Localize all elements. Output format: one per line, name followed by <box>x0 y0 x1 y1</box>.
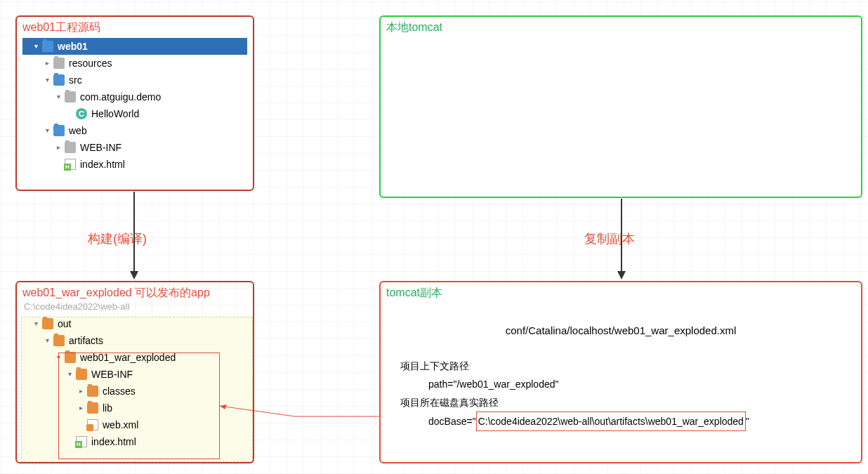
folder-icon <box>65 142 76 153</box>
context-label: 项目上下文路径 <box>400 357 841 375</box>
folder-icon <box>42 41 53 52</box>
tree-row-out[interactable]: ▾out <box>22 315 247 332</box>
conf-block: conf/Catalina/localhost/web01_war_explod… <box>386 301 855 438</box>
node-label: web <box>69 122 87 139</box>
package-icon <box>65 91 76 103</box>
chevron-down-icon: ▾ <box>42 332 52 349</box>
source-box: web01工程源码 ▾web01 ▸resources ▾src ▾com.at… <box>15 15 254 191</box>
node-label: WEB-INF <box>80 139 121 156</box>
node-label: HelloWorld <box>91 105 139 122</box>
chevron-down-icon: ▾ <box>31 315 41 332</box>
exploded-title: web01_war_exploded 可以发布的app <box>22 285 247 301</box>
disk-label: 项目所在磁盘真实路径 <box>400 393 841 412</box>
arrow-build-head <box>130 271 138 279</box>
copy-title: tomcat副本 <box>386 285 855 301</box>
node-label: out <box>58 315 71 332</box>
source-tree: ▾web01 ▸resources ▾src ▾com.atguigu.demo… <box>22 38 247 173</box>
folder-icon <box>53 74 65 86</box>
tomcat-box: 本地tomcat <box>379 15 862 198</box>
folder-icon <box>53 58 65 69</box>
exploded-path: C:\code4idea2022\web-all <box>22 301 247 312</box>
folder-icon <box>53 335 65 346</box>
docbase-suffix: " <box>746 416 749 427</box>
class-icon: C <box>76 108 87 119</box>
copy-box: tomcat副本 conf/Catalina/localhost/web01_w… <box>379 281 862 463</box>
folder-icon <box>42 318 53 329</box>
chevron-down-icon: ▾ <box>31 38 41 55</box>
docbase-line: docBase="C:\code4idea2022\web-all\out\ar… <box>428 412 841 431</box>
tree-row-index[interactable]: index.html <box>22 156 247 173</box>
chevron-down-icon: ▾ <box>42 72 52 88</box>
inner-red-outline <box>58 353 220 459</box>
copy-label: 复制副本 <box>584 230 635 247</box>
node-label: com.atguigu.demo <box>80 88 161 105</box>
tree-row-web[interactable]: ▾web <box>22 122 247 139</box>
node-label: resources <box>69 55 112 72</box>
tree-row-class[interactable]: CHelloWorld <box>22 105 247 122</box>
node-label: src <box>69 72 82 88</box>
chevron-right-icon: ▸ <box>53 139 63 156</box>
conf-path: conf/Catalina/localhost/web01_war_explod… <box>400 322 841 340</box>
tree-row-package[interactable]: ▾com.atguigu.demo <box>22 88 247 105</box>
html-file-icon <box>65 159 76 170</box>
tree-row-webinf[interactable]: ▸WEB-INF <box>22 139 247 156</box>
build-label: 构建(编译) <box>88 230 147 247</box>
tree-row-web01[interactable]: ▾web01 <box>22 38 247 55</box>
chevron-down-icon: ▾ <box>53 88 63 105</box>
tree-row-resources[interactable]: ▸resources <box>22 55 247 72</box>
docbase-prefix: docBase=" <box>428 416 476 427</box>
arrow-copy-head <box>617 271 626 279</box>
path-kv: path="/web01_war_exploded" <box>428 375 841 393</box>
arrow-copy-line <box>621 199 622 272</box>
node-label: index.html <box>80 156 125 173</box>
tree-row-src[interactable]: ▾src <box>22 72 247 88</box>
source-title: web01工程源码 <box>22 20 247 35</box>
tree-row-artifacts[interactable]: ▾artifacts <box>22 332 247 349</box>
chevron-right-icon: ▸ <box>42 55 52 72</box>
tomcat-title: 本地tomcat <box>386 20 855 35</box>
docbase-value: C:\code4idea2022\web-all\out\artifacts\w… <box>476 412 746 431</box>
node-label: artifacts <box>69 332 103 349</box>
chevron-down-icon: ▾ <box>42 122 52 139</box>
node-label: web01 <box>58 38 88 55</box>
arrow-build-line <box>133 192 135 272</box>
folder-icon <box>53 125 65 136</box>
